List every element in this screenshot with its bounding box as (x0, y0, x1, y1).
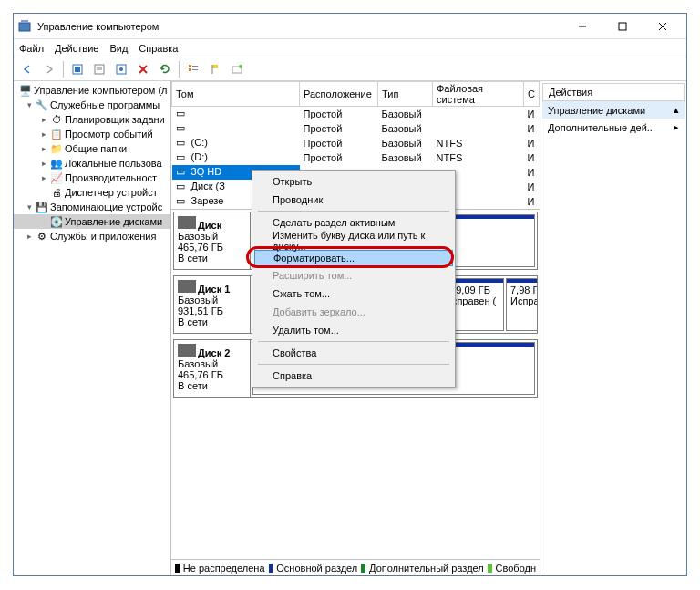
ctx-open[interactable]: Открыть (254, 172, 453, 191)
view-button[interactable] (111, 59, 131, 79)
col-status[interactable]: С (524, 82, 540, 107)
titlebar: Управление компьютером (14, 14, 686, 39)
menu-file[interactable]: Файл (19, 43, 44, 54)
svg-rect-17 (192, 66, 198, 67)
list-button[interactable] (183, 59, 203, 79)
ctx-add-mirror: Добавить зеркало... (254, 303, 453, 321)
disk-header: Диск 1Базовый931,51 ГБВ сети (174, 276, 251, 333)
svg-rect-7 (75, 67, 80, 72)
col-fs[interactable]: Файловая система (433, 82, 524, 107)
toolbar (14, 57, 686, 81)
minimize-button[interactable] (562, 14, 602, 39)
svg-point-12 (119, 67, 123, 71)
volume-row[interactable]: ▭ ПростойБазовыйИ (172, 121, 540, 136)
flag-button[interactable] (205, 59, 225, 79)
tree-local-users[interactable]: ▸👥Локальные пользова (14, 156, 170, 171)
volume-icon: ▭ (176, 166, 189, 178)
maximize-button[interactable] (602, 14, 643, 39)
svg-rect-3 (619, 23, 626, 30)
disk-header: ДискБазовый465,76 ГБВ сети (174, 212, 251, 269)
menu-view[interactable]: Вид (109, 43, 128, 54)
back-button[interactable] (17, 59, 37, 79)
ctx-extend: Расширить том... (254, 266, 453, 285)
window-title: Управление компьютером (37, 21, 562, 32)
svg-rect-19 (212, 65, 218, 68)
app-icon (17, 19, 32, 34)
disk-icon (178, 280, 196, 293)
volume-icon: ▭ (176, 181, 189, 192)
ctx-explorer[interactable]: Проводник (254, 191, 453, 209)
tree-root[interactable]: 🖥️Управление компьютером (л (14, 83, 170, 98)
volume-icon: ▭ (176, 122, 189, 134)
actions-header: Действия (542, 83, 685, 101)
ctx-delete-volume[interactable]: Удалить том... (254, 321, 453, 339)
forward-button[interactable] (39, 59, 59, 79)
tree-task-scheduler[interactable]: ▸⏱Планировщик задани (14, 112, 170, 127)
nav-tree[interactable]: 🖥️Управление компьютером (л ▾🔧Служебные … (14, 81, 171, 575)
close-button[interactable] (643, 14, 683, 39)
legend-unallocated-icon (175, 564, 180, 573)
svg-rect-0 (19, 23, 30, 31)
svg-rect-16 (189, 68, 191, 71)
ctx-change-letter[interactable]: Изменить букву диска или путь к диску... (254, 232, 453, 250)
tree-storage[interactable]: ▾💾Запоминающие устройс (14, 200, 170, 214)
up-button[interactable] (67, 59, 88, 79)
tree-system-tools[interactable]: ▾🔧Служебные программы (14, 98, 170, 112)
volume-row[interactable]: ▭ (C:)ПростойБазовыйNTFSИ (172, 136, 540, 150)
ctx-properties[interactable]: Свойства (254, 344, 453, 362)
volume-row[interactable]: ▭ (D:)ПростойБазовыйNTFSИ (172, 150, 540, 165)
menu-action[interactable]: Действие (55, 43, 98, 54)
tree-device-manager[interactable]: 🖨Диспетчер устройст (14, 185, 170, 200)
refresh-button[interactable] (155, 59, 175, 79)
svg-rect-15 (189, 65, 191, 67)
tree-performance[interactable]: ▸📈Производительност (14, 171, 170, 185)
disk-icon (178, 344, 196, 357)
legend-free-icon (488, 564, 492, 573)
volume-icon: ▭ (176, 151, 189, 163)
ctx-help[interactable]: Справка (254, 367, 453, 385)
legend: Не распределена Основной раздел Дополнит… (171, 559, 540, 575)
volume-row[interactable]: ▭ ПростойБазовыйИ (172, 107, 540, 121)
menubar: Файл Действие Вид Справка (14, 39, 686, 57)
chevron-right-icon: ▸ (674, 121, 679, 133)
legend-primary-icon (269, 564, 273, 573)
volume-icon: ▭ (176, 195, 189, 207)
legend-extended-icon (361, 564, 365, 573)
delete-button[interactable] (133, 59, 153, 79)
svg-rect-1 (21, 20, 28, 23)
disk-icon (178, 216, 196, 229)
tree-services[interactable]: ▸⚙Службы и приложения (14, 229, 170, 243)
actions-pane: Действия Управление дисками▴ Дополнитель… (540, 81, 686, 575)
ctx-make-active[interactable]: Сделать раздел активным (254, 213, 453, 232)
ctx-shrink[interactable]: Сжать том... (254, 285, 453, 303)
settings-button[interactable] (227, 59, 247, 79)
ctx-format[interactable]: Форматировать... (254, 250, 453, 266)
menu-help[interactable]: Справка (139, 43, 178, 54)
disk-header: Диск 2Базовый465,76 ГБВ сети (174, 340, 251, 397)
properties-button[interactable] (89, 59, 109, 79)
volume-icon: ▭ (176, 137, 189, 149)
tree-disk-management[interactable]: 💽Управление дисками (14, 214, 170, 229)
partition[interactable]: 7,98 ГБИсправе (506, 278, 537, 331)
svg-rect-18 (192, 69, 198, 70)
context-menu: Открыть Проводник Сделать раздел активны… (252, 170, 456, 388)
tree-shared-folders[interactable]: ▸📁Общие папки (14, 141, 170, 156)
col-volume[interactable]: Том (172, 82, 300, 107)
actions-disk-management[interactable]: Управление дисками▴ (542, 101, 685, 119)
col-layout[interactable]: Расположение (300, 82, 378, 107)
tree-event-viewer[interactable]: ▸📋Просмотр событий (14, 127, 170, 141)
collapse-icon: ▴ (674, 104, 679, 116)
col-type[interactable]: Тип (378, 82, 433, 107)
actions-more[interactable]: Дополнительные дей...▸ (542, 119, 685, 136)
volume-icon: ▭ (176, 108, 189, 119)
svg-point-22 (239, 65, 242, 68)
